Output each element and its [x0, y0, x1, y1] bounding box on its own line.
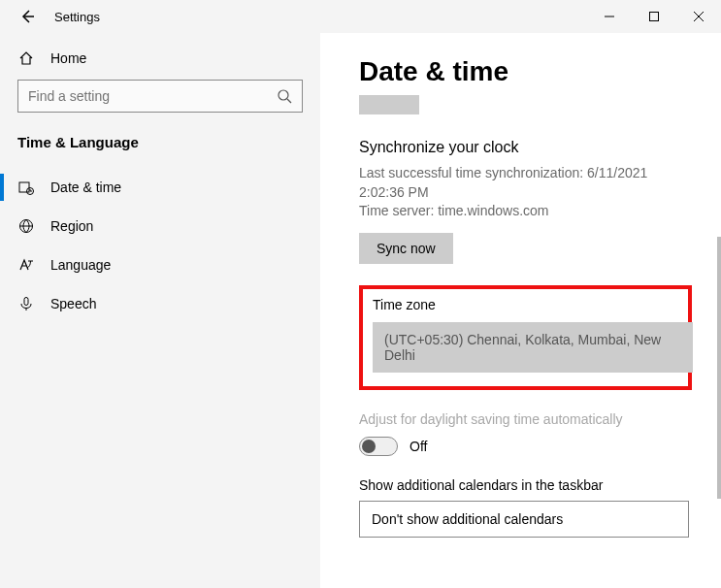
timezone-dropdown[interactable]: (UTC+05:30) Chennai, Kolkata, Mumbai, Ne…: [373, 322, 693, 373]
timezone-label: Time zone: [373, 297, 678, 312]
sidebar-item-region[interactable]: Region: [0, 207, 320, 245]
timezone-highlight: Time zone (UTC+05:30) Chennai, Kolkata, …: [359, 285, 692, 390]
sidebar-item-language[interactable]: Language: [0, 245, 320, 284]
search-input[interactable]: [28, 88, 277, 104]
show-calendars-label: Show additional calendars in the taskbar: [359, 477, 692, 493]
scrollbar[interactable]: [717, 237, 721, 499]
svg-rect-2: [19, 182, 29, 192]
svg-rect-5: [24, 298, 28, 306]
calendars-dropdown[interactable]: Don't show additional calendars: [359, 501, 689, 538]
minimize-icon: [604, 11, 615, 22]
dst-label: Adjust for daylight saving time automati…: [359, 411, 692, 427]
sidebar: Home Time & Language Date & time Region …: [0, 33, 320, 588]
home-label: Home: [50, 50, 86, 66]
arrow-left-icon: [19, 9, 35, 24]
titlebar: Settings: [0, 0, 721, 33]
calendars-value: Don't show additional calendars: [372, 511, 563, 527]
search-box[interactable]: [17, 80, 303, 113]
sync-last: Last successful time synchronization: 6/…: [359, 164, 692, 202]
calendar-clock-icon: [17, 180, 35, 195]
window-title: Settings: [54, 10, 100, 24]
maximize-button[interactable]: [632, 0, 676, 33]
window-buttons: [587, 0, 721, 33]
svg-point-1: [279, 90, 288, 100]
language-icon: [17, 257, 35, 273]
settings-window: Settings Home Time & Language Date & tim…: [0, 0, 721, 588]
category-title: Time & Language: [0, 134, 320, 168]
sync-header: Synchronize your clock: [359, 139, 692, 156]
home-link[interactable]: Home: [0, 50, 320, 80]
truncated-button[interactable]: [359, 95, 419, 114]
sidebar-item-label: Language: [50, 257, 111, 273]
sidebar-item-label: Speech: [50, 296, 96, 311]
svg-rect-0: [650, 13, 659, 21]
microphone-icon: [17, 296, 35, 311]
close-button[interactable]: [676, 0, 721, 33]
sync-server: Time server: time.windows.com: [359, 202, 692, 221]
sidebar-item-date-time[interactable]: Date & time: [0, 168, 320, 207]
minimize-button[interactable]: [587, 0, 632, 33]
sidebar-item-label: Region: [50, 218, 93, 234]
sidebar-item-speech[interactable]: Speech: [0, 284, 320, 323]
globe-icon: [17, 218, 35, 234]
timezone-value: (UTC+05:30) Chennai, Kolkata, Mumbai, Ne…: [384, 332, 661, 363]
search-icon: [277, 88, 292, 104]
dst-state: Off: [410, 439, 427, 454]
dst-toggle[interactable]: [359, 437, 398, 456]
page-title: Date & time: [359, 56, 692, 87]
close-icon: [693, 11, 705, 22]
maximize-icon: [648, 11, 660, 22]
home-icon: [17, 50, 35, 66]
sidebar-item-label: Date & time: [50, 180, 121, 195]
main-content: Date & time Synchronize your clock Last …: [320, 33, 721, 588]
sync-now-button[interactable]: Sync now: [359, 233, 453, 264]
back-button[interactable]: [17, 7, 37, 26]
